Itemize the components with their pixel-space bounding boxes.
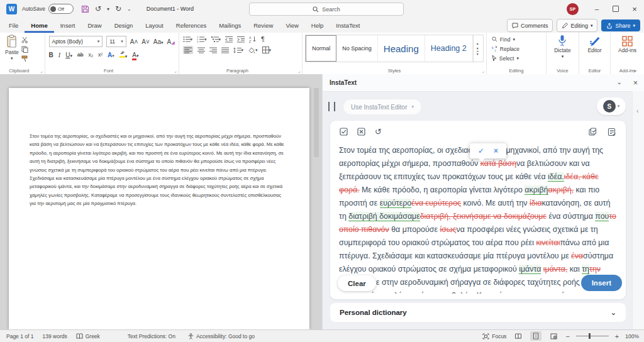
text-run-deletion[interactable]: ίσως: [440, 225, 456, 234]
paste-button[interactable]: Paste ▾: [3, 35, 21, 66]
text-run-deletion[interactable]: ίδια: [530, 199, 542, 207]
tab-references[interactable]: References: [170, 18, 213, 33]
tab-view[interactable]: View: [279, 18, 304, 33]
zoom-slider-thumb[interactable]: [589, 333, 591, 339]
redo-button[interactable]: ↻: [115, 5, 121, 13]
text-effects-button[interactable]: A▾: [108, 52, 114, 58]
font-size-select[interactable]: 11▾: [106, 36, 126, 47]
align-right-button[interactable]: [209, 47, 217, 53]
select-button[interactable]: Select▾: [492, 53, 543, 63]
track-changes-note-button[interactable]: [608, 128, 616, 136]
style-heading-2[interactable]: Heading 2: [425, 35, 473, 62]
clear-formatting-button[interactable]: A◢: [167, 38, 175, 45]
accept-change-button[interactable]: ✓: [478, 146, 484, 155]
bullets-button[interactable]: ▾: [183, 36, 193, 43]
word-count[interactable]: 139 words: [42, 333, 67, 339]
page-indicator[interactable]: Page 1 of 1: [6, 333, 33, 339]
share-button[interactable]: Share▾: [601, 19, 640, 31]
user-avatar[interactable]: SP: [567, 3, 579, 15]
tab-layout[interactable]: Layout: [139, 18, 170, 33]
autosave-toggle[interactable]: Off: [48, 4, 74, 14]
zoom-level[interactable]: 100%: [625, 333, 639, 339]
style-normal[interactable]: Normal: [306, 35, 336, 62]
accept-all-button[interactable]: [340, 128, 348, 136]
tab-insert[interactable]: Insert: [54, 18, 82, 33]
style-no-spacing[interactable]: No Spacing: [336, 35, 378, 62]
decrease-indent-button[interactable]: [225, 36, 233, 43]
text-run-deletion[interactable]: ένα ευρύτερος: [411, 199, 461, 207]
bold-button[interactable]: B: [49, 52, 53, 58]
cut-button[interactable]: [21, 36, 28, 43]
style-heading[interactable]: Heading: [378, 35, 425, 62]
line-spacing-button[interactable]: ▾: [233, 47, 244, 53]
shrink-font-button[interactable]: A˅: [142, 38, 150, 45]
maximize-button[interactable]: [606, 0, 625, 18]
text-run-deletion[interactable]: κατά βάση: [480, 159, 516, 168]
zoom-in-button[interactable]: +: [615, 333, 619, 340]
customize-qat-icon[interactable]: ⌄: [127, 6, 131, 12]
change-case-button[interactable]: Aa▾: [153, 38, 164, 45]
show-paragraph-marks-button[interactable]: ¶: [261, 36, 264, 43]
highlight-button[interactable]: ▾: [119, 50, 128, 59]
font-name-select[interactable]: Aptos (Body)▾: [49, 36, 103, 47]
proofing-status[interactable]: Greek: [76, 333, 100, 339]
close-button[interactable]: ×: [625, 0, 644, 18]
text-run-deletion[interactable]: ένα: [571, 251, 583, 260]
grow-font-button[interactable]: A˄: [130, 38, 138, 45]
clear-button[interactable]: Clear: [338, 275, 376, 291]
panel-options-chevron-icon[interactable]: ⌄: [617, 79, 622, 87]
document-page[interactable]: Στον τομέα της αεροπορίας, οι σχεδιαστές…: [9, 88, 309, 329]
read-mode-button[interactable]: [513, 331, 524, 341]
tab-design[interactable]: Design: [108, 18, 140, 33]
font-dialog-launcher[interactable]: ⌟: [174, 69, 176, 74]
copy-result-button[interactable]: [589, 128, 597, 136]
text-run-deletion[interactable]: διατριβή, ξεκινήσαμε να δοκιμάζουμε: [420, 212, 547, 221]
undo-suggestion-button[interactable]: ↺: [375, 127, 382, 136]
word-app-icon[interactable]: W: [6, 4, 17, 14]
font-color-button[interactable]: A▾: [132, 52, 138, 58]
focus-mode-button[interactable]: Focus: [482, 333, 506, 339]
text-run-insertion[interactable]: τη: [582, 265, 589, 274]
multilevel-list-button[interactable]: ▾: [211, 36, 221, 43]
dictate-button[interactable]: Dictate ▾: [549, 35, 576, 59]
tab-file[interactable]: File: [3, 18, 25, 33]
document-scrollbar[interactable]: [314, 88, 319, 157]
shading-button[interactable]: ▾: [248, 47, 258, 53]
text-run-insertion[interactable]: ευρύτερο: [380, 199, 411, 208]
text-run-deletion[interactable]: ιμάντα,: [543, 265, 568, 273]
text-run-deletion[interactable]: ακριβή,: [548, 185, 574, 194]
text-run-deletion[interactable]: κινείται: [536, 238, 560, 247]
zoom-slider[interactable]: [576, 336, 609, 336]
instatext-account-button[interactable]: S ▾: [597, 97, 626, 115]
text-run-insertion[interactable]: ιδέα.: [548, 172, 564, 182]
sort-button[interactable]: AZ: [249, 36, 257, 43]
comments-button[interactable]: Comments: [507, 19, 553, 32]
panel-close-icon[interactable]: ×: [633, 79, 638, 87]
search-input[interactable]: Search: [249, 3, 404, 16]
document-paragraph[interactable]: Στον τομέα της αεροπορίας, οι σχεδιαστές…: [30, 132, 287, 208]
text-run-insertion[interactable]: ιμάντα: [519, 265, 541, 274]
undo-button[interactable]: ↺: [95, 5, 101, 13]
styles-gallery-more-button[interactable]: ▴▾▾: [473, 35, 482, 62]
panel-drag-handle-icon[interactable]: [328, 102, 335, 111]
format-painter-button[interactable]: [21, 55, 28, 62]
align-center-button[interactable]: [197, 47, 205, 53]
accessibility-status[interactable]: Accessibility: Good to go: [188, 333, 255, 339]
tab-instatext[interactable]: InstaText: [330, 18, 366, 33]
collapse-ribbon-button[interactable]: ⌄: [633, 67, 638, 73]
minimize-button[interactable]: –: [587, 0, 606, 18]
paragraph-dialog-launcher[interactable]: ⌟: [298, 69, 300, 74]
styles-dialog-launcher[interactable]: ⌟: [482, 69, 484, 74]
save-icon[interactable]: [81, 5, 89, 13]
text-run-deletion[interactable]: την: [589, 265, 601, 273]
reject-all-button[interactable]: [357, 128, 365, 136]
strikethrough-button[interactable]: ab: [77, 52, 83, 58]
personal-dictionary-section[interactable]: Personal dictionary ⌄: [330, 303, 626, 322]
collapse-panel-icon[interactable]: ‹: [636, 108, 638, 114]
use-instatext-editor-dropdown[interactable]: Use InstaText Editor ▾: [343, 99, 422, 115]
tab-home[interactable]: Home: [25, 18, 53, 33]
web-layout-button[interactable]: [548, 331, 559, 341]
borders-button[interactable]: ▾: [262, 47, 272, 53]
insert-button[interactable]: Insert: [581, 275, 622, 291]
addins-button[interactable]: Add-ins: [613, 36, 641, 53]
